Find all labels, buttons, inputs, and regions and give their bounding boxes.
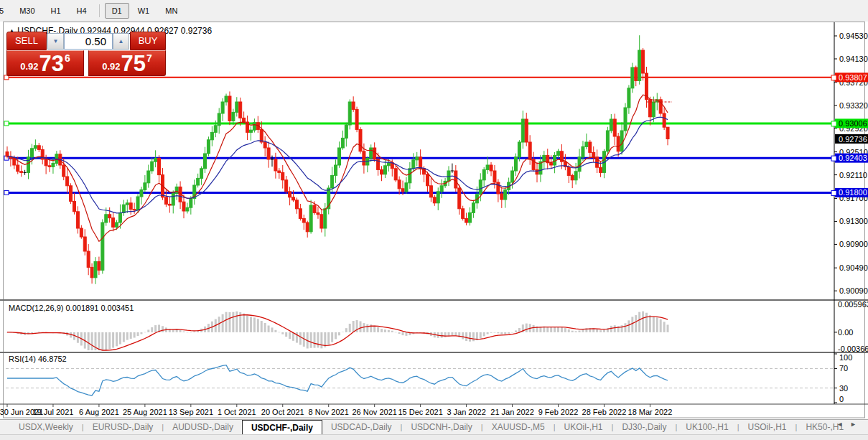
candle-body bbox=[186, 207, 189, 211]
tab-item-usoil[interactable]: USOil-,H1 bbox=[739, 420, 795, 434]
rsi-scale-label: 0 bbox=[839, 395, 844, 403]
date-label: 1 Oct 2021 bbox=[218, 408, 256, 416]
tab-item-usdchf[interactable]: USDCHF-,Daily bbox=[242, 420, 322, 434]
macd-histogram-bar bbox=[575, 331, 577, 332]
macd-histogram-bar bbox=[533, 325, 535, 332]
candle-body bbox=[34, 146, 37, 149]
price-tick-label: 0.93320 bbox=[839, 101, 868, 110]
macd-histogram-bar bbox=[140, 332, 142, 334]
candle-body bbox=[606, 131, 609, 151]
macd-scale-min: -0.003664 bbox=[838, 345, 868, 353]
macd-histogram-bar bbox=[349, 324, 351, 332]
tab-scroll-left-icon[interactable]: ◄ bbox=[836, 421, 850, 428]
chevron-up-icon: ▲ bbox=[118, 38, 124, 45]
price-tag-bullet bbox=[831, 75, 836, 80]
sell-button[interactable]: SELL bbox=[6, 32, 47, 50]
chart-canvas[interactable]: 0.945300.941300.937200.933200.929200.925… bbox=[0, 22, 868, 418]
candle-body bbox=[263, 142, 266, 148]
macd-histogram-bar bbox=[451, 332, 453, 335]
macd-histogram-bar bbox=[271, 327, 274, 332]
macd-histogram-bar bbox=[493, 332, 495, 333]
volume-increase-button[interactable]: ▲ bbox=[113, 33, 129, 50]
timeframe-button-h4[interactable]: H4 bbox=[70, 3, 94, 19]
macd-histogram-bar bbox=[515, 330, 517, 332]
candle-body bbox=[140, 189, 143, 197]
candle-body bbox=[500, 194, 503, 200]
candle-body bbox=[253, 123, 256, 130]
macd-histogram-bar bbox=[631, 317, 633, 332]
macd-histogram-bar bbox=[582, 329, 584, 332]
macd-histogram-bar bbox=[108, 332, 111, 349]
price-tick-label: 0.91300 bbox=[839, 217, 868, 225]
timeframe-button-h1[interactable]: H1 bbox=[44, 3, 68, 19]
candle-body bbox=[504, 189, 507, 200]
macd-histogram-bar bbox=[243, 314, 245, 332]
tab-item-uk100[interactable]: UK100-,H1 bbox=[677, 420, 737, 434]
volume-input[interactable]: 0.50 bbox=[64, 33, 113, 50]
candle-body bbox=[158, 158, 161, 174]
macd-histogram-bar bbox=[88, 332, 90, 350]
candle-body bbox=[610, 119, 612, 131]
candle-body bbox=[147, 171, 150, 183]
macd-histogram-bar bbox=[667, 324, 669, 332]
candle-body bbox=[151, 162, 154, 171]
sell-price-display[interactable]: 0.92 73 6 bbox=[6, 50, 84, 76]
timeframe-button-m30[interactable]: M30 bbox=[12, 3, 42, 19]
macd-histogram-bar bbox=[119, 332, 121, 345]
sell-price-pips: 73 bbox=[39, 54, 64, 74]
chevron-down-icon: ▼ bbox=[53, 38, 59, 45]
volume-decrease-button[interactable]: ▼ bbox=[47, 33, 64, 50]
price-tick-label: 0.94130 bbox=[839, 55, 868, 63]
candle-body bbox=[133, 210, 136, 210]
tab-item-usdcnh[interactable]: USDCNH-,Daily bbox=[402, 420, 480, 434]
timeframe-button-mn[interactable]: MN bbox=[158, 3, 185, 19]
candle-body bbox=[359, 129, 362, 151]
candle-body bbox=[66, 177, 69, 186]
tab-item-usdx[interactable]: USDX,Weekly bbox=[10, 420, 82, 434]
tab-item-audusd[interactable]: AUDUSD-,Daily bbox=[164, 420, 242, 434]
timeframe-button-d1[interactable]: D1 bbox=[105, 3, 129, 19]
macd-histogram-bar bbox=[193, 332, 195, 332]
date-label: 18 Mar 2022 bbox=[628, 408, 673, 416]
tab-item-dj30[interactable]: DJ30-,Daily bbox=[613, 420, 675, 434]
candle-body bbox=[306, 223, 309, 232]
timeframe-button-w1[interactable]: W1 bbox=[131, 3, 157, 19]
candle-body bbox=[585, 142, 588, 146]
macd-histogram-bar bbox=[116, 332, 118, 347]
macd-histogram-bar bbox=[134, 332, 136, 338]
candle-body bbox=[168, 204, 171, 205]
macd-histogram-bar bbox=[614, 325, 616, 332]
macd-histogram-bar bbox=[183, 332, 185, 332]
macd-histogram-bar bbox=[504, 332, 506, 334]
candle-body bbox=[116, 223, 118, 227]
macd-histogram-bar bbox=[42, 332, 44, 332]
hline-handle[interactable] bbox=[4, 121, 9, 126]
rsi-value: 46.8752 bbox=[38, 355, 67, 363]
date-label: 20 Oct 2021 bbox=[261, 408, 304, 416]
tab-item-xauusd[interactable]: XAUUSD-,M5 bbox=[483, 420, 554, 434]
buy-button[interactable]: BUY bbox=[130, 32, 166, 50]
candle-body bbox=[335, 165, 337, 175]
tab-scroll-right-icon[interactable]: ► bbox=[850, 421, 864, 428]
candle-body bbox=[454, 171, 457, 188]
status-strip bbox=[0, 434, 868, 440]
macd-histogram-bar bbox=[101, 332, 103, 350]
macd-histogram-bar bbox=[579, 331, 581, 332]
hline-handle[interactable] bbox=[4, 190, 9, 195]
candle-body bbox=[210, 132, 213, 139]
price-tag-bullet bbox=[831, 121, 836, 126]
candle-body bbox=[249, 130, 252, 132]
macd-histogram-bar bbox=[310, 332, 312, 348]
macd-histogram-bar bbox=[285, 332, 287, 337]
tab-item-ukoil[interactable]: UKOil-,H1 bbox=[556, 420, 612, 434]
rsi-label: RSI(14) 46.8752 bbox=[9, 355, 67, 363]
tab-item-eurusd[interactable]: EURUSD-,Daily bbox=[84, 420, 162, 434]
timeframe-button-5[interactable]: 5 bbox=[0, 3, 11, 19]
macd-histogram-bar bbox=[561, 327, 563, 332]
candle-body bbox=[218, 113, 220, 126]
buy-price-display[interactable]: 0.92 75 7 bbox=[88, 50, 166, 76]
tab-item-usdcad[interactable]: USDCAD-,Daily bbox=[322, 420, 401, 434]
candle-body bbox=[239, 102, 242, 118]
macd-histogram-bar bbox=[299, 332, 302, 345]
candle-body bbox=[299, 209, 302, 219]
